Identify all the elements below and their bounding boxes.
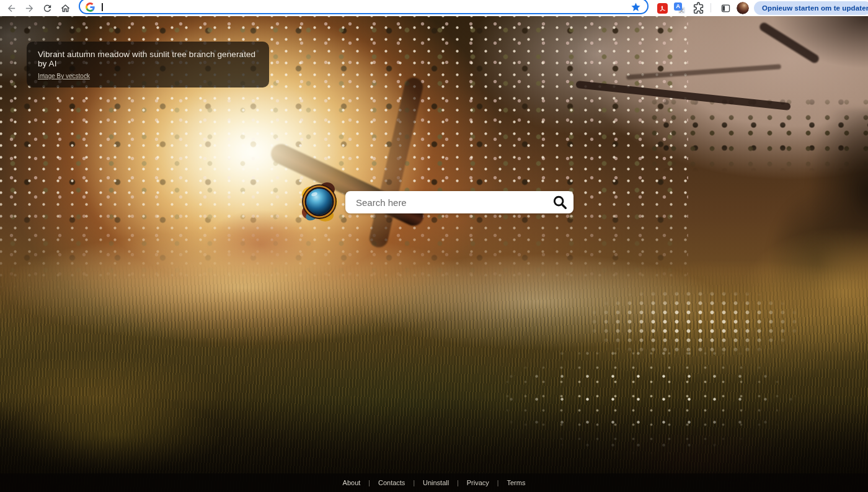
caption-credit-link[interactable]: Image By vecstock — [38, 73, 90, 79]
footer-link-about[interactable]: About — [343, 479, 361, 486]
footer-link-privacy[interactable]: Privacy — [467, 479, 489, 486]
address-bar[interactable] — [79, 0, 649, 14]
wallpaper-caption: Vibrant autumn meadow with sunlit tree b… — [27, 42, 269, 87]
home-button[interactable] — [58, 1, 73, 16]
search-button[interactable] — [546, 191, 574, 213]
update-button-label: Opnieuw starten om te updaten — [762, 4, 868, 12]
translate-extension-button[interactable]: 文 A — [673, 1, 686, 15]
magnifier-icon — [552, 194, 568, 210]
browser-toolbar: 文 A Opnieuw starten om te updaten — [0, 0, 868, 16]
arrow-left-icon — [6, 3, 17, 14]
caption-title: Vibrant autumn meadow with sunlit tree b… — [38, 50, 258, 68]
search-input[interactable] — [345, 191, 546, 213]
profile-avatar-button[interactable] — [737, 2, 749, 14]
footer-separator: | — [457, 480, 459, 486]
extension-logo — [301, 182, 337, 222]
footer-separator: | — [413, 480, 415, 486]
reload-button[interactable] — [40, 1, 55, 16]
footer-separator: | — [497, 480, 499, 486]
bookmark-star-icon[interactable] — [631, 2, 641, 12]
side-panel-button[interactable] — [718, 1, 733, 16]
footer-links-bar: About | Contacts | Uninstall | Privacy |… — [0, 473, 868, 492]
google-translate-icon: 文 A — [674, 2, 685, 14]
refresh-icon — [42, 3, 53, 14]
restart-to-update-button[interactable]: Opnieuw starten om te updaten — [754, 1, 868, 15]
house-icon — [60, 3, 71, 14]
logo-lens — [306, 189, 332, 215]
footer-separator: | — [368, 480, 370, 486]
adobe-acrobat-icon — [657, 3, 668, 14]
toolbar-divider — [711, 3, 711, 12]
back-button[interactable] — [4, 1, 19, 16]
arrow-right-icon — [24, 3, 35, 14]
search-box — [345, 191, 574, 213]
google-g-icon — [86, 2, 95, 12]
footer-link-contacts[interactable]: Contacts — [378, 479, 405, 486]
text-cursor — [102, 3, 103, 11]
puzzle-piece-icon — [692, 1, 706, 15]
new-tab-wallpaper: Vibrant autumn meadow with sunlit tree b… — [0, 16, 868, 492]
extensions-button[interactable] — [692, 1, 706, 15]
forward-button[interactable] — [22, 1, 37, 16]
footer-link-uninstall[interactable]: Uninstall — [423, 479, 449, 486]
avatar-photo — [737, 2, 749, 14]
vignette-layer — [0, 16, 868, 492]
center-search-area — [301, 182, 574, 222]
side-panel-icon — [720, 3, 731, 14]
footer-link-terms[interactable]: Terms — [507, 479, 525, 486]
acrobat-extension-button[interactable] — [655, 1, 669, 15]
